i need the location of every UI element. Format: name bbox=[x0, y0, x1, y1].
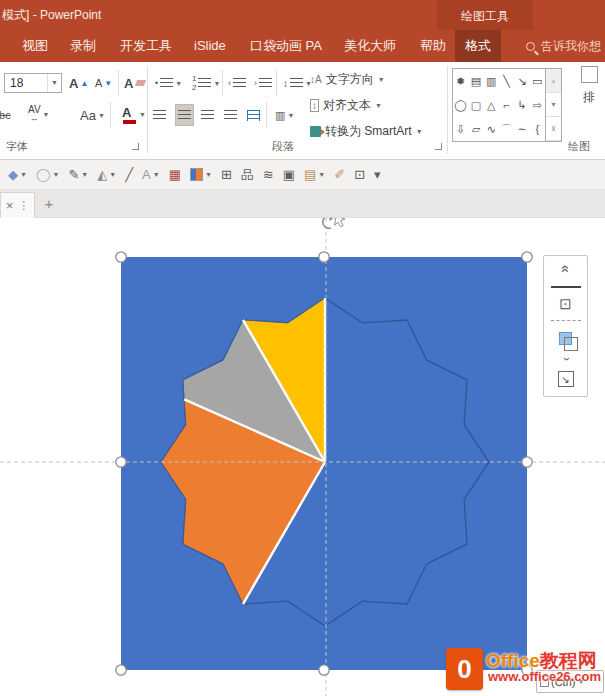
ribbon-tab-6[interactable]: 帮助 bbox=[410, 30, 456, 62]
shape-oval-icon[interactable]: ◯ bbox=[453, 93, 468, 117]
ribbon-tab-0[interactable]: 视图 bbox=[12, 30, 58, 62]
slide-drawing bbox=[0, 218, 605, 696]
shape-effects-icon: ◭ bbox=[97, 167, 107, 182]
align-center-button[interactable] bbox=[176, 105, 193, 125]
shape-elbow-arrow-connector-icon[interactable]: ↳ bbox=[514, 93, 529, 117]
text-fill-button[interactable]: A▼ bbox=[142, 167, 160, 182]
change-case-button[interactable]: Aa ▼ bbox=[80, 105, 105, 125]
paste-button[interactable]: ▤▼ bbox=[304, 167, 325, 182]
paragraph-dialog-launcher[interactable] bbox=[435, 143, 442, 150]
font-color-dropdown-icon: ▼ bbox=[139, 111, 146, 118]
shape-rounded-rectangle-icon[interactable]: ▢ bbox=[468, 93, 483, 117]
fit-to-window-button[interactable]: ⊡ bbox=[354, 167, 365, 182]
tell-me-search[interactable]: 告诉我你想 bbox=[524, 30, 605, 62]
shape-arrow-icon[interactable]: ↘ bbox=[514, 69, 529, 93]
shape-arc-icon[interactable]: ⌒ bbox=[499, 117, 514, 141]
bullets-button[interactable]: •▼ bbox=[155, 73, 182, 93]
ribbon-tab-2[interactable]: 开发工具 bbox=[110, 30, 182, 62]
text-effects-button[interactable]: ≋ bbox=[263, 167, 274, 182]
shape-curve-icon[interactable]: ∼ bbox=[514, 117, 529, 141]
align-left-button[interactable] bbox=[153, 105, 166, 125]
ribbon-tab-1[interactable]: 录制 bbox=[60, 30, 106, 62]
smartart-icon bbox=[310, 126, 321, 137]
eyedropper-button[interactable]: ╱ bbox=[125, 167, 133, 182]
selection-handle[interactable] bbox=[116, 665, 126, 675]
center-position-button[interactable]: ⊡ bbox=[544, 292, 587, 316]
tab-menu-icon[interactable]: ⋮ bbox=[18, 199, 29, 212]
numbering-button[interactable]: 12▼ bbox=[192, 73, 220, 93]
shape-rectangle-icon[interactable]: ▭ bbox=[530, 69, 545, 93]
document-tab[interactable]: × ⋮ bbox=[0, 192, 35, 218]
paste-icon: ▤ bbox=[304, 167, 316, 182]
decrease-font-size-button[interactable]: A▼ bbox=[95, 73, 112, 93]
selection-handle[interactable] bbox=[116, 252, 126, 262]
theme-colors-icon bbox=[190, 168, 203, 181]
shape-text-box-horizontal-icon[interactable]: ▤ bbox=[468, 69, 483, 93]
layers-button[interactable] bbox=[544, 325, 587, 351]
ribbon-tab-4[interactable]: 口袋动画 PA bbox=[240, 30, 332, 62]
shape-left-brace-icon[interactable]: { bbox=[530, 117, 545, 141]
selection-handle[interactable] bbox=[319, 252, 329, 262]
shape-fill-button[interactable]: ◆▼ bbox=[8, 167, 27, 182]
arrange-button[interactable]: 排 bbox=[573, 66, 605, 126]
more-commands-button[interactable]: ▾ bbox=[374, 167, 381, 182]
shape-scribble-icon[interactable]: ∿ bbox=[484, 117, 499, 141]
org-chart-button[interactable]: 品 bbox=[241, 166, 254, 184]
panel-expand-button[interactable]: ‹ bbox=[544, 351, 587, 367]
character-grid-button[interactable]: ▦ bbox=[169, 167, 181, 182]
character-spacing-button[interactable]: AV↔ ▼ bbox=[28, 104, 50, 124]
selection-handle[interactable] bbox=[116, 457, 126, 467]
font-dialog-launcher[interactable] bbox=[132, 143, 139, 150]
gallery-scroll-up-icon[interactable]: ▲ bbox=[546, 69, 561, 93]
selection-handle[interactable] bbox=[522, 252, 532, 262]
columns-button[interactable]: ▥▼ bbox=[275, 105, 294, 125]
increase-indent-button[interactable]: › bbox=[254, 73, 272, 93]
distribute-text-button[interactable] bbox=[247, 105, 260, 125]
increase-font-size-button[interactable]: A▲ bbox=[69, 73, 88, 93]
theme-colors-button[interactable]: ▼ bbox=[190, 168, 212, 181]
text-direction-button[interactable]: ↕A 文字方向▼ bbox=[310, 71, 385, 88]
clear-formatting-button[interactable]: A bbox=[124, 73, 145, 93]
shape-block-arrow-right-icon[interactable]: ⇨ bbox=[530, 93, 545, 117]
selection-handle[interactable] bbox=[522, 457, 532, 467]
new-tab-button[interactable]: + bbox=[40, 194, 58, 214]
shape-star-12-point-icon[interactable]: ✹ bbox=[453, 69, 468, 93]
selection-handle[interactable] bbox=[319, 665, 329, 675]
shape-triangle-icon[interactable]: △ bbox=[484, 93, 499, 117]
line-spacing-button[interactable]: ↕▼ bbox=[283, 73, 312, 93]
shape-text-box-vertical-icon[interactable]: ▥ bbox=[484, 69, 499, 93]
change-shape-icon: ✎ bbox=[68, 167, 79, 182]
shape-outline-icon: ◯ bbox=[36, 167, 51, 182]
format-painter-button[interactable]: ✐ bbox=[334, 167, 345, 182]
font-size-combo[interactable]: 18 ▼ bbox=[4, 73, 62, 93]
shape-line-icon[interactable]: ╲ bbox=[499, 69, 514, 93]
gallery-scroll-down-icon[interactable]: ▼ bbox=[546, 93, 561, 117]
shape-freeform-icon[interactable]: ▱ bbox=[468, 117, 483, 141]
align-distribute-button[interactable]: ⊞ bbox=[221, 167, 232, 182]
justify-button[interactable] bbox=[224, 105, 237, 125]
strikethrough-button-partial[interactable]: abc bbox=[0, 105, 11, 125]
font-group-label: 字体 bbox=[6, 139, 28, 154]
paragraph-group-label: 段落 bbox=[272, 139, 294, 154]
slide-canvas[interactable]: « ⊡ ‹ ↘ (Ctrl) ▼ 0 Office教程网 www.office2… bbox=[0, 218, 605, 696]
ribbon-tab-5[interactable]: 美化大师 bbox=[334, 30, 406, 62]
ribbon-tab-format-active[interactable]: 格式 bbox=[455, 30, 501, 62]
text-box-button[interactable]: ▣ bbox=[283, 167, 295, 182]
shapes-gallery-scrollbar: ▲ ▼ ⊻ bbox=[546, 68, 562, 142]
shape-outline-button[interactable]: ◯▼ bbox=[36, 167, 60, 182]
align-text-button[interactable]: ↕ 对齐文本▼ bbox=[310, 97, 382, 114]
decrease-indent-button[interactable]: ‹ bbox=[228, 73, 246, 93]
shape-elbow-connector-icon[interactable]: ⌐ bbox=[499, 93, 514, 117]
shape-effects-button[interactable]: ◭▼ bbox=[97, 167, 116, 182]
close-tab-icon[interactable]: × bbox=[6, 198, 14, 213]
resize-button[interactable]: ↘ bbox=[544, 367, 587, 391]
convert-smartart-button[interactable]: 转换为 SmartArt▼ bbox=[310, 123, 423, 140]
change-shape-button[interactable]: ✎▼ bbox=[68, 167, 88, 182]
gallery-more-icon[interactable]: ⊻ bbox=[546, 117, 561, 141]
align-right-button[interactable] bbox=[201, 105, 214, 125]
ribbon-tab-3[interactable]: iSlide bbox=[184, 30, 236, 62]
shape-block-arrow-down-icon[interactable]: ⇩ bbox=[453, 117, 468, 141]
font-size-dropdown-icon[interactable]: ▼ bbox=[47, 74, 61, 92]
panel-collapse-button[interactable]: « bbox=[544, 256, 587, 282]
font-color-button[interactable]: A ▼ bbox=[122, 104, 146, 124]
